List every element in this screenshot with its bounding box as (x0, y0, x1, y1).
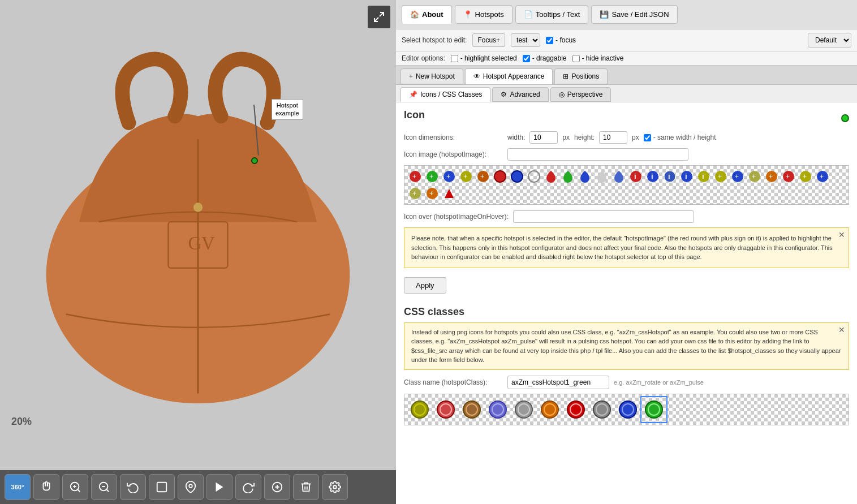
icon-cell[interactable] (560, 169, 576, 184)
apply-button[interactable]: Apply (404, 277, 446, 294)
css-icon-cell[interactable] (433, 397, 458, 422)
notice-close-button[interactable]: ✕ (838, 230, 845, 239)
icon-cell[interactable]: + (441, 169, 457, 184)
tool-spin-button[interactable] (235, 474, 261, 500)
css-icon-cell[interactable] (589, 397, 614, 422)
icon-cell[interactable] (594, 169, 610, 184)
css-icon-cell[interactable] (485, 397, 510, 422)
css-notice-close-button[interactable]: ✕ (838, 325, 845, 334)
svg-point-15 (189, 484, 192, 488)
right-panel: 🏠 About 📍 Hotspots 📄 Tooltips / Text 💾 S… (396, 0, 857, 504)
tool-play-button[interactable] (206, 474, 232, 500)
tool-zoom-in-button[interactable] (62, 474, 88, 500)
css-icon-cell[interactable] (615, 397, 640, 422)
svg-text:+: + (769, 173, 773, 180)
icon-image-input[interactable] (507, 148, 688, 161)
tab-positions[interactable]: ⊞ Positions (554, 68, 608, 84)
icon-cell[interactable] (543, 169, 559, 184)
subtab-icons-css[interactable]: 📌 Icons / CSS Classes (400, 87, 490, 102)
icon-cell[interactable]: i (679, 169, 695, 184)
default-select[interactable]: Default (808, 33, 851, 48)
hide-inactive-checkbox[interactable] (572, 55, 580, 62)
svg-text:i: i (634, 172, 636, 180)
grid-icon: ⊞ (563, 72, 569, 80)
icon-cell[interactable]: + (407, 169, 423, 184)
svg-point-31 (494, 171, 506, 182)
icon-cell[interactable] (577, 169, 593, 184)
icon-cell[interactable] (509, 169, 525, 184)
pin-icon: 📍 (463, 10, 472, 19)
icon-cell[interactable]: + (730, 169, 746, 184)
icon-cell[interactable] (492, 169, 508, 184)
icon-cell[interactable]: + (747, 169, 763, 184)
eye-icon: 👁 (473, 72, 480, 80)
svg-point-20 (333, 485, 337, 489)
icon-cell[interactable] (441, 186, 457, 201)
icon-cell[interactable]: + (407, 186, 423, 201)
icon-cell[interactable]: + (815, 169, 830, 184)
svg-text:i: i (702, 172, 704, 180)
css-icon-cell[interactable] (563, 397, 588, 422)
svg-text:i: i (651, 172, 653, 180)
css-icon-cell[interactable] (407, 397, 432, 422)
px2-label: px (632, 133, 639, 141)
icon-cell[interactable]: + (458, 169, 474, 184)
focus-checkbox[interactable] (546, 37, 553, 44)
icon-cell[interactable]: + (713, 169, 729, 184)
tool-hand-button[interactable] (33, 474, 59, 500)
icon-cell[interactable] (611, 169, 627, 184)
css-icon-cell[interactable] (511, 397, 536, 422)
icon-cell[interactable]: i (696, 169, 712, 184)
nav-tab-tooltips[interactable]: 📄 Tooltips / Text (515, 5, 589, 24)
icon-cell[interactable]: i (662, 169, 678, 184)
svg-text:+: + (480, 173, 484, 180)
highlight-checkbox-group: - highlight selected (451, 54, 517, 62)
icon-width-input[interactable] (529, 131, 558, 144)
css-icon-cell[interactable] (537, 397, 562, 422)
svg-text:+: + (718, 173, 722, 180)
icon-cell[interactable]: + (475, 169, 491, 184)
focus-plus-button[interactable]: Focus+ (472, 33, 505, 47)
tab-new-hotspot[interactable]: + New Hotspot (400, 68, 463, 84)
expand-button[interactable] (368, 6, 390, 28)
nav-tab-save[interactable]: 💾 Save / Edit JSON (591, 5, 677, 24)
hotspot-dot[interactable] (251, 157, 258, 164)
draggable-checkbox[interactable] (523, 55, 530, 62)
icon-cell[interactable]: + (424, 186, 440, 201)
icon-cell[interactable]: + (781, 169, 796, 184)
subtab-advanced[interactable]: ⚙ Advanced (492, 87, 548, 102)
icon-cell[interactable]: + (764, 169, 780, 184)
tool-config-button[interactable] (322, 474, 348, 500)
class-name-input[interactable] (507, 376, 609, 389)
icon-cell[interactable]: i (628, 169, 644, 184)
hotspot-select[interactable]: test (511, 33, 540, 47)
gear-icon: ⚙ (501, 91, 507, 98)
nav-tab-hotspots[interactable]: 📍 Hotspots (455, 5, 513, 24)
subtab-perspective[interactable]: ◎ Perspective (550, 87, 611, 102)
tool-reset-button[interactable] (120, 474, 146, 500)
icon-cell[interactable] (526, 169, 542, 184)
icon-cell[interactable]: + (798, 169, 813, 184)
css-icon-cell[interactable] (641, 397, 666, 422)
highlight-checkbox[interactable] (451, 55, 458, 62)
hide-inactive-checkbox-group: - hide inactive (572, 54, 624, 62)
tool-delete-button[interactable] (293, 474, 319, 500)
icon-height-input[interactable] (599, 131, 627, 144)
nav-tab-about[interactable]: 🏠 About (402, 5, 452, 24)
icon-image-row: Icon image (hotspotImage): (404, 148, 849, 161)
bag-image: GV (0, 0, 396, 470)
tool-add-hotspot-button[interactable] (264, 474, 290, 500)
css-icon-cell[interactable] (459, 397, 484, 422)
same-wh-checkbox[interactable] (644, 134, 651, 141)
tool-pin-button[interactable] (178, 474, 204, 500)
tool-360-button[interactable]: 360° (5, 474, 31, 500)
icon-cell[interactable]: + (424, 169, 440, 184)
tool-zoom-out-button[interactable] (91, 474, 117, 500)
tab-hotspot-appearance[interactable]: 👁 Hotspot Appearance (465, 68, 553, 84)
icon-over-input[interactable] (513, 210, 694, 223)
zoom-label: 20% (11, 416, 32, 428)
icon-cell[interactable]: i (645, 169, 661, 184)
pin-small-icon: 📌 (409, 91, 417, 98)
tool-fit-button[interactable] (149, 474, 175, 500)
editor-options-label: Editor options: (402, 54, 445, 62)
